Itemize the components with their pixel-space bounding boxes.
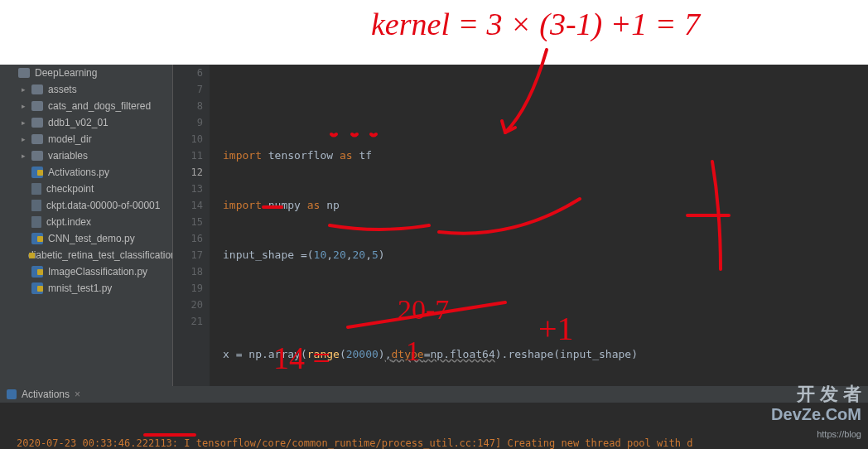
chevron-right-icon: ▸ <box>22 102 30 110</box>
tree-item-label: ImageClassification.py <box>48 266 147 278</box>
tree-item[interactable]: CNN_test_demo.py <box>0 230 172 247</box>
code-token: input_shape =( <box>223 249 314 261</box>
run-tool-window-tab[interactable]: Activations × <box>0 386 868 403</box>
tree-item-label: checkpoint <box>46 183 94 195</box>
file-icon <box>31 183 41 195</box>
tree-item-label: model_dir <box>48 133 92 145</box>
chevron-right-icon: ▸ <box>22 152 30 160</box>
code-editor[interactable]: import tensorflow as tf import numpy as … <box>210 65 868 386</box>
tree-item-label: ckpt.data-00000-of-00001 <box>46 200 160 211</box>
tree-item[interactable]: Activations.py <box>0 164 172 181</box>
tree-item[interactable]: ckpt.index <box>0 214 172 230</box>
tree-item-label: cats_and_dogs_filtered <box>48 100 151 112</box>
python-run-icon <box>7 389 17 399</box>
tree-item[interactable]: ▸ddb1_v02_01 <box>0 114 172 131</box>
tree-item-label: ckpt.index <box>46 216 91 228</box>
tree-item[interactable]: checkpoint <box>0 181 172 197</box>
chevron-right-icon: ▸ <box>22 118 30 127</box>
tree-item[interactable]: ckpt.data-00000-of-00001 <box>0 197 172 214</box>
tree-item[interactable]: ▸model_dir <box>0 131 172 147</box>
tree-item[interactable]: ▸cats_and_dogs_filtered <box>0 98 172 114</box>
folder-icon <box>31 151 43 161</box>
folder-icon <box>18 68 30 78</box>
tree-item-label: CNN_test_demo.py <box>48 233 135 244</box>
folder-icon <box>31 134 43 144</box>
python-file-icon <box>31 282 43 294</box>
file-icon <box>31 200 41 211</box>
folder-icon <box>31 101 43 111</box>
tree-item-label: variables <box>48 150 88 162</box>
project-tree[interactable]: DeepLearning ▸assets▸cats_and_dogs_filte… <box>0 65 173 386</box>
chevron-right-icon: ▸ <box>22 135 30 143</box>
tree-item-label: ddb1_v02_01 <box>48 117 108 128</box>
run-tab-label: Activations <box>22 389 70 400</box>
file-icon <box>31 216 41 228</box>
tree-item-label: diabetic_retina_test_classification <box>28 249 173 261</box>
tree-item[interactable]: mnist_test1.py <box>0 280 172 297</box>
tree-item-label: Activations.py <box>48 167 109 178</box>
python-file-icon <box>31 233 43 244</box>
tree-item[interactable]: diabetic_retina_test_classification <box>0 247 172 263</box>
tree-label: DeepLearning <box>35 67 97 79</box>
line-number-gutter[interactable]: 6 7 8 9 10 11 12 13 14 15 16 17 18 19 20… <box>173 65 210 386</box>
close-icon[interactable]: × <box>75 389 80 400</box>
annotation-area-top <box>0 0 868 65</box>
run-console[interactable]: 2020-07-23 00:33:46.222113: I tensorflow… <box>0 403 868 449</box>
tree-item-label: mnist_test1.py <box>48 282 112 294</box>
folder-icon <box>31 118 43 128</box>
tree-item[interactable]: ImageClassification.py <box>0 263 172 280</box>
console-log-line: 2020-07-23 00:33:46.222113: I tensorflow… <box>17 436 851 449</box>
tree-item[interactable]: ▸assets <box>0 81 172 98</box>
folder-icon <box>31 84 43 94</box>
tree-item-label: assets <box>48 84 77 95</box>
python-file-icon <box>31 167 43 178</box>
tree-item[interactable]: ▸variables <box>0 147 172 164</box>
chevron-right-icon: ▸ <box>22 85 30 94</box>
project-root[interactable]: DeepLearning <box>0 65 172 81</box>
python-file-icon <box>31 266 43 278</box>
ide-window: DeepLearning ▸assets▸cats_and_dogs_filte… <box>0 65 868 449</box>
